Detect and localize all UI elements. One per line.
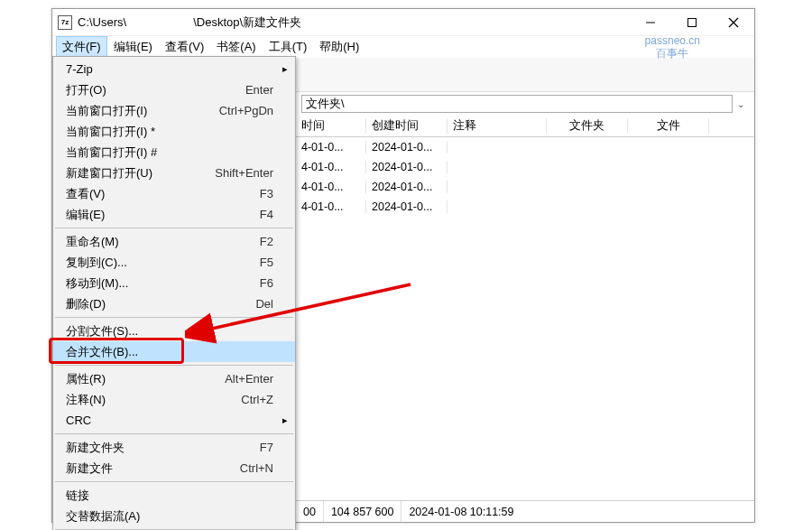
menu-item-label: 复制到(C)...	[66, 255, 260, 271]
menu-item[interactable]: 合并文件(B)...	[53, 341, 295, 362]
cell-ctime: 2024-01-0...	[366, 161, 448, 173]
path-text: 文件夹\	[306, 96, 345, 112]
menu-item[interactable]: 编辑(E)F4	[53, 204, 295, 225]
menu-item[interactable]: 注释(N)Ctrl+Z	[53, 389, 295, 410]
menu-item[interactable]: 7-Zip▸	[53, 59, 295, 79]
menu-item[interactable]: 分割文件(S)...	[53, 321, 295, 341]
menu-item-label: 交替数据流(A)	[66, 508, 273, 525]
cell-ctime: 2024-01-0...	[366, 141, 448, 153]
menu-item[interactable]: 当前窗口打开(I)Ctrl+PgDn	[53, 100, 295, 121]
menu-item[interactable]: 新建文件夹F7	[53, 437, 295, 458]
menu-item-shortcut: F3	[260, 187, 273, 200]
menu-item-label: CRC	[66, 414, 273, 427]
menu-tools[interactable]: 工具(T)	[263, 36, 314, 58]
status-cell-date: 2024-01-08 10:11:59	[401, 501, 521, 522]
menu-item-label: 当前窗口打开(I)	[66, 103, 219, 119]
menu-item-shortcut: Alt+Enter	[225, 372, 273, 386]
title-path-suffix: \Desktop\新建文件夹	[193, 14, 301, 31]
cell-ctime: 2024-01-0...	[366, 181, 448, 193]
menu-item-shortcut: F6	[260, 276, 273, 290]
menu-item-label: 移动到(M)...	[66, 275, 260, 292]
menu-bookmarks[interactable]: 书签(A)	[210, 36, 262, 58]
menu-item-label: 当前窗口打开(I) #	[66, 144, 273, 161]
menu-separator	[55, 433, 293, 434]
menu-item[interactable]: 新建窗口打开(U)Shift+Enter	[53, 163, 295, 183]
cell-mtime: 4-01-0...	[296, 141, 366, 153]
menu-item-shortcut: F7	[260, 441, 273, 454]
menu-item-label: 查看(V)	[66, 186, 260, 202]
submenu-arrow-icon: ▸	[282, 63, 288, 75]
menu-bar: 文件(F) 编辑(E) 查看(V) 书签(A) 工具(T) 帮助(H) pass…	[52, 36, 754, 58]
menu-item-shortcut: Enter	[245, 83, 273, 97]
watermark-url: passneo.cn	[645, 34, 700, 47]
menu-item-label: 重命名(M)	[66, 234, 260, 250]
column-mtime[interactable]: 时间	[296, 118, 366, 134]
chevron-down-icon: ⌄	[737, 99, 744, 109]
menu-separator	[55, 317, 293, 318]
watermark-name: 百事牛	[645, 47, 700, 60]
watermark: passneo.cn 百事牛	[645, 34, 700, 60]
menu-item-label: 7-Zip	[66, 62, 273, 76]
menu-item-shortcut: Ctrl+Z	[241, 393, 273, 406]
title-path-prefix: C:\Users\	[78, 15, 126, 29]
menu-item-label: 当前窗口打开(I) *	[66, 124, 273, 140]
menu-item[interactable]: 重命名(M)F2	[53, 231, 295, 252]
column-folder[interactable]: 文件夹	[547, 118, 628, 134]
title-bar: 7z C:\Users\ \Desktop\新建文件夹	[52, 9, 754, 36]
menu-view[interactable]: 查看(V)	[159, 36, 210, 58]
menu-item-label: 分割文件(S)...	[66, 323, 273, 339]
menu-item[interactable]: 交替数据流(A)	[53, 506, 295, 526]
submenu-arrow-icon: ▸	[282, 414, 288, 426]
menu-item[interactable]: 新建文件Ctrl+N	[53, 458, 295, 479]
minimize-icon	[645, 17, 656, 28]
menu-item-label: 删除(D)	[66, 296, 255, 312]
menu-item-label: 属性(R)	[66, 371, 225, 387]
menu-item-shortcut: F5	[260, 256, 273, 269]
close-icon	[728, 17, 739, 28]
cell-mtime: 4-01-0...	[296, 181, 366, 193]
menu-separator	[55, 481, 293, 482]
menu-item[interactable]: 删除(D)Del	[53, 293, 295, 314]
column-ctime[interactable]: 创建时间	[366, 118, 448, 134]
menu-item-shortcut: Ctrl+N	[240, 461, 273, 475]
close-button[interactable]	[713, 9, 754, 36]
menu-item-shortcut: F4	[260, 208, 273, 221]
file-menu-dropdown: 7-Zip▸打开(O)Enter当前窗口打开(I)Ctrl+PgDn当前窗口打开…	[52, 56, 296, 530]
column-comment[interactable]: 注释	[448, 118, 547, 134]
menu-item-label: 编辑(E)	[66, 207, 260, 223]
menu-item[interactable]: 查看(V)F3	[53, 183, 295, 204]
menu-edit[interactable]: 编辑(E)	[107, 36, 159, 58]
menu-separator	[55, 228, 293, 228]
cell-ctime: 2024-01-0...	[366, 200, 448, 213]
menu-item[interactable]: 当前窗口打开(I) *	[53, 121, 295, 142]
menu-item-shortcut: Ctrl+PgDn	[219, 104, 273, 117]
maximize-icon	[687, 17, 697, 28]
menu-item-label: 链接	[66, 488, 273, 504]
menu-help[interactable]: 帮助(H)	[313, 36, 365, 58]
svg-rect-1	[688, 18, 697, 26]
path-input[interactable]: 文件夹\	[301, 95, 733, 113]
cell-mtime: 4-01-0...	[296, 161, 366, 173]
title-path-redacted	[128, 16, 191, 29]
app-icon: 7z	[58, 15, 72, 30]
menu-item[interactable]: 链接	[53, 485, 295, 506]
column-file[interactable]: 文件	[628, 118, 709, 134]
path-dropdown-button[interactable]: ⌄	[733, 99, 749, 109]
menu-item-label: 新建窗口打开(U)	[66, 165, 215, 181]
menu-item[interactable]: 打开(O)Enter	[53, 79, 295, 100]
menu-item[interactable]: 复制到(C)...F5	[53, 252, 295, 273]
menu-item[interactable]: 移动到(M)...F6	[53, 273, 295, 293]
menu-item[interactable]: 属性(R)Alt+Enter	[53, 368, 295, 389]
menu-item[interactable]: CRC▸	[53, 410, 295, 431]
maximize-button[interactable]	[671, 9, 713, 36]
menu-item-shortcut: Del	[255, 297, 273, 311]
menu-separator	[55, 365, 293, 366]
minimize-button[interactable]	[630, 9, 671, 36]
menu-item-label: 合并文件(B)...	[66, 344, 273, 360]
status-cell-1: 00	[296, 501, 324, 522]
menu-item-label: 注释(N)	[66, 392, 241, 408]
menu-item-label: 新建文件夹	[66, 440, 260, 456]
menu-item[interactable]: 当前窗口打开(I) #	[53, 142, 295, 163]
menu-file[interactable]: 文件(F)	[56, 36, 107, 58]
menu-item-shortcut: F2	[260, 235, 273, 248]
